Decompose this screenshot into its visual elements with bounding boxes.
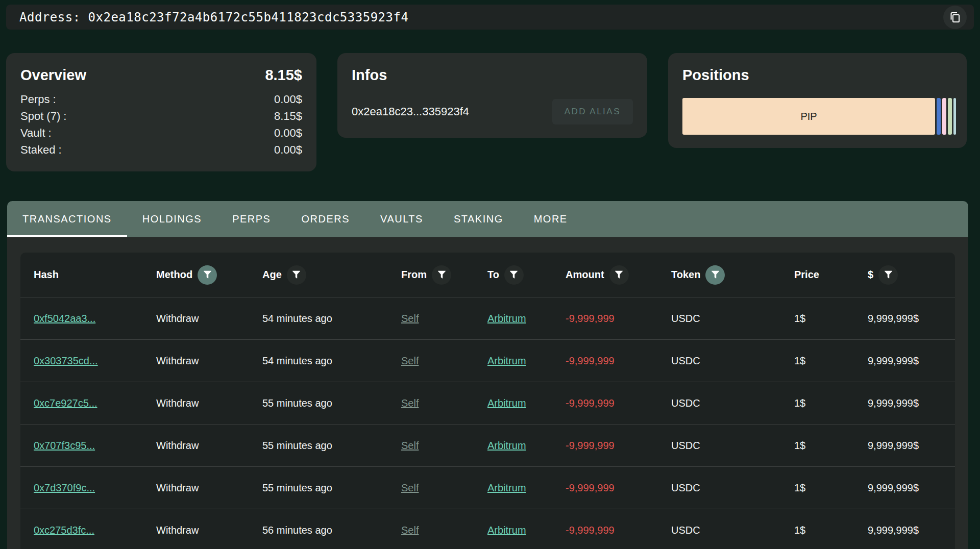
filter-icon — [291, 269, 302, 280]
copy-icon — [949, 11, 961, 23]
transactions-table: HashMethodAgeFromToAmountTokenPrice$ 0xf… — [20, 253, 955, 549]
position-segment[interactable] — [937, 98, 941, 135]
tab-label: VAULTS — [380, 213, 423, 225]
filter-button-age[interactable] — [287, 265, 306, 285]
column-header-amount: Amount — [566, 265, 671, 285]
from-link[interactable]: Self — [401, 397, 487, 409]
method-cell: Withdraw — [156, 313, 262, 325]
tab-holdings[interactable]: HOLDINGS — [127, 201, 217, 237]
hash-link[interactable]: 0x7d370f9c... — [34, 482, 156, 494]
to-link[interactable]: Arbitrum — [487, 482, 566, 494]
positions-title: Positions — [682, 66, 952, 84]
overview-row-label: Spot (7) : — [20, 108, 66, 124]
filter-button-token[interactable] — [705, 265, 725, 285]
column-label: Token — [671, 269, 700, 281]
add-alias-button[interactable]: ADD ALIAS — [552, 99, 633, 124]
overview-row-value: 0.00$ — [274, 91, 302, 108]
tab-staking[interactable]: STAKING — [438, 201, 519, 237]
age-cell: 54 minutes ago — [262, 313, 401, 325]
hash-link[interactable]: 0xc7e927c5... — [34, 397, 156, 409]
tab-transactions[interactable]: TRANSACTIONS — [7, 201, 127, 237]
position-segment[interactable] — [948, 98, 952, 135]
overview-row-value: 8.15$ — [274, 108, 302, 124]
method-cell: Withdraw — [156, 355, 262, 367]
column-label: Method — [156, 269, 192, 281]
column-header-usd: $ — [868, 265, 955, 285]
tab-perps[interactable]: PERPS — [217, 201, 286, 237]
table-body: 0xf5042aa3...Withdraw54 minutes agoSelfA… — [20, 297, 955, 549]
to-link[interactable]: Arbitrum — [487, 397, 566, 409]
address-value: 0x2ea18c23f72a4b6172c55b411823cdc5335923… — [88, 10, 409, 24]
price-cell: 1$ — [794, 440, 868, 452]
price-cell: 1$ — [794, 355, 868, 367]
tab-label: PERPS — [232, 213, 271, 225]
age-cell: 55 minutes ago — [262, 482, 401, 494]
filter-button-to[interactable] — [504, 265, 524, 285]
infos-title: Infos — [352, 66, 633, 84]
column-label: $ — [868, 269, 873, 281]
price-cell: 1$ — [794, 397, 868, 409]
tab-label: TRANSACTIONS — [22, 213, 112, 225]
tab-label: MORE — [534, 213, 568, 225]
filter-button-from[interactable] — [432, 265, 451, 285]
amount-cell: -9,999,999 — [566, 440, 671, 452]
overview-row-value: 0.00$ — [274, 124, 302, 141]
column-label: Price — [794, 269, 819, 281]
column-label: From — [401, 269, 427, 281]
amount-cell: -9,999,999 — [566, 313, 671, 325]
overview-row: Perps :0.00$ — [20, 91, 302, 108]
method-cell: Withdraw — [156, 440, 262, 452]
tab-orders[interactable]: ORDERS — [286, 201, 365, 237]
overview-row: Vault :0.00$ — [20, 124, 302, 141]
filter-button-method[interactable] — [198, 265, 217, 285]
tab-vaults[interactable]: VAULTS — [365, 201, 438, 237]
method-cell: Withdraw — [156, 397, 262, 409]
overview-row-label: Perps : — [20, 91, 56, 108]
usd-cell: 9,999,999$ — [868, 313, 955, 325]
overview-row-value: 0.00$ — [274, 141, 302, 158]
token-cell: USDC — [671, 355, 794, 367]
token-cell: USDC — [671, 525, 794, 536]
position-segment-label: PIP — [800, 111, 817, 122]
tab-more[interactable]: MORE — [519, 201, 583, 237]
column-label: Age — [262, 269, 282, 281]
hash-link[interactable]: 0x707f3c95... — [34, 440, 156, 452]
column-label: Hash — [34, 269, 59, 281]
from-link[interactable]: Self — [401, 440, 487, 452]
position-segment[interactable] — [953, 98, 956, 135]
from-link[interactable]: Self — [401, 482, 487, 494]
hash-link[interactable]: 0x303735cd... — [34, 355, 156, 367]
token-cell: USDC — [671, 440, 794, 452]
transactions-table-card: HashMethodAgeFromToAmountTokenPrice$ 0xf… — [7, 237, 968, 549]
overview-row-label: Vault : — [20, 124, 52, 141]
filter-button-usd[interactable] — [878, 265, 898, 285]
from-link[interactable]: Self — [401, 525, 487, 536]
copy-address-button[interactable] — [943, 6, 967, 29]
tab-label: HOLDINGS — [142, 213, 202, 225]
from-link[interactable]: Self — [401, 313, 487, 325]
to-link[interactable]: Arbitrum — [487, 440, 566, 452]
positions-card: Positions PIP — [668, 53, 967, 148]
filter-icon — [883, 269, 894, 280]
to-link[interactable]: Arbitrum — [487, 355, 566, 367]
short-address: 0x2ea18c23...335923f4 — [352, 105, 469, 118]
filter-icon — [508, 269, 519, 280]
overview-title: Overview — [20, 66, 86, 84]
column-header-token: Token — [671, 265, 794, 285]
summary-cards: Overview 8.15$ Perps :0.00$Spot (7) :8.1… — [6, 53, 967, 171]
to-link[interactable]: Arbitrum — [487, 313, 566, 325]
hash-link[interactable]: 0xc275d3fc... — [34, 525, 156, 536]
position-segment-pip[interactable]: PIP — [682, 98, 935, 135]
column-header-price: Price — [794, 269, 868, 281]
usd-cell: 9,999,999$ — [868, 482, 955, 494]
filter-button-amount[interactable] — [609, 265, 629, 285]
overview-row: Staked :0.00$ — [20, 141, 302, 158]
price-cell: 1$ — [794, 525, 868, 536]
to-link[interactable]: Arbitrum — [487, 525, 566, 536]
from-link[interactable]: Self — [401, 355, 487, 367]
amount-cell: -9,999,999 — [566, 482, 671, 494]
position-segment[interactable] — [942, 98, 946, 135]
transaction-row: 0x7d370f9c...Withdraw55 minutes agoSelfA… — [20, 466, 955, 509]
transaction-row: 0xf5042aa3...Withdraw54 minutes agoSelfA… — [20, 297, 955, 339]
hash-link[interactable]: 0xf5042aa3... — [34, 313, 156, 325]
